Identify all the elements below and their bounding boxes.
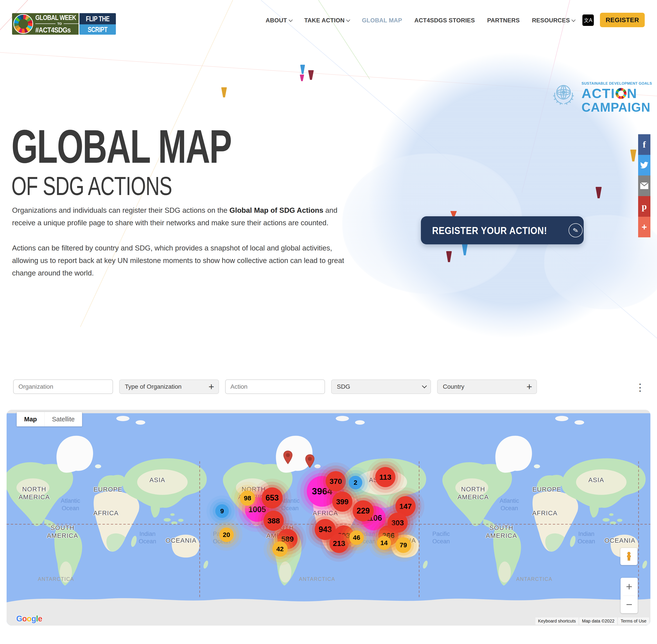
terms-of-use-link[interactable]: Terms of Use <box>618 618 649 625</box>
pencil-form-icon: ✎ <box>567 222 584 238</box>
un-emblem-icon <box>549 82 578 108</box>
sdg-wheel-icon <box>615 88 627 99</box>
map-cluster-marker[interactable]: 213 <box>330 534 349 553</box>
map-cluster-marker[interactable]: 2 <box>349 476 362 489</box>
page: GLOBAL WEEK TO #ACT4SDGs FLIP THE SCRIPT… <box>0 0 657 644</box>
campaign-word: CAMPAIGN <box>582 101 652 114</box>
sdg-action-campaign-logo: SUSTAINABLE DEVELOPMENT GOALS ACTI N CAM… <box>549 82 652 114</box>
header: GLOBAL WEEK TO #ACT4SDGs FLIP THE SCRIPT… <box>0 0 657 37</box>
filter-bar: Type of Organization + SDG Country + ⋮ <box>0 380 657 395</box>
page-title: GLOBAL MAP OF SDG ACTIONS <box>12 123 317 199</box>
social-glyph-icon: + <box>642 222 647 232</box>
keyboard-shortcuts-link[interactable]: Keyboard shortcuts <box>536 618 579 625</box>
map-cluster-marker[interactable]: 79 <box>395 537 411 553</box>
action-input[interactable] <box>225 380 325 394</box>
nav-item[interactable]: RESOURCES <box>532 17 575 24</box>
main-nav: ABOUT TAKE ACTION GLOBAL MAP ACT4SDGS ST… <box>266 17 575 24</box>
email-share-button[interactable] <box>638 176 651 196</box>
chevron-down-icon <box>422 384 427 388</box>
map-cluster-marker[interactable]: 42 <box>272 542 288 557</box>
globe-pin-icon <box>221 87 227 97</box>
zoom-control: + − <box>620 578 638 613</box>
sdg-wheel-icon <box>14 14 33 34</box>
zoom-in-button[interactable]: + <box>620 578 638 596</box>
chevron-down-icon <box>289 18 293 22</box>
translate-icon: 文A <box>584 17 592 24</box>
campaign-kicker: SUSTAINABLE DEVELOPMENT GOALS <box>582 82 652 85</box>
chevron-down-icon <box>571 18 575 22</box>
flip-the-script-logo: FLIP THE SCRIPT <box>80 13 116 34</box>
map-cluster-marker[interactable]: 46 <box>349 530 364 545</box>
satellite-view-button[interactable]: Satellite <box>44 412 82 427</box>
map-type-control: Map Satellite <box>17 412 82 427</box>
global-week-logo: GLOBAL WEEK TO #ACT4SDGs <box>12 13 78 34</box>
logo-line3: #ACT4SDGs <box>35 26 76 33</box>
more-share-button[interactable]: + <box>638 217 651 237</box>
country-filter[interactable]: Country + <box>437 380 537 394</box>
pinterest-share-button[interactable]: p <box>638 196 651 217</box>
map-cluster-marker[interactable]: 370 <box>326 471 346 491</box>
social-glyph-icon: f <box>643 139 646 150</box>
more-options-kebab-icon[interactable]: ⋮ <box>633 378 647 396</box>
map-cluster-marker[interactable]: 653 <box>262 487 282 508</box>
zoom-out-button[interactable]: − <box>620 596 638 614</box>
twitter-icon <box>640 161 649 169</box>
intro-paragraph-1: Organizations and individuals can regist… <box>12 204 358 229</box>
nav-item[interactable]: ABOUT <box>266 17 292 24</box>
map-view-button[interactable]: Map <box>17 412 44 427</box>
logo-line1: GLOBAL WEEK <box>35 14 76 21</box>
sdg-select[interactable]: SDG <box>331 380 431 394</box>
campaign-action-word: ACTI N <box>582 87 652 100</box>
organization-input[interactable] <box>13 380 113 394</box>
nav-item[interactable]: GLOBAL MAP <box>362 17 402 24</box>
site-logo[interactable]: GLOBAL WEEK TO #ACT4SDGs FLIP THE SCRIPT <box>12 13 116 34</box>
google-map[interactable]: NORTH AMERICAEUROPEASIAAtlantic OceanAFR… <box>6 410 651 626</box>
chevron-down-icon <box>346 18 350 22</box>
title-line1: GLOBAL MAP <box>12 123 231 170</box>
nav-item[interactable]: TAKE ACTION <box>304 17 350 24</box>
map-cluster-marker[interactable]: 9 <box>215 504 229 518</box>
intro-copy: Organizations and individuals can regist… <box>12 204 358 292</box>
map-data-copyright: Map data ©2022 <box>579 618 617 625</box>
translate-button[interactable]: 文A <box>582 15 594 26</box>
map-attribution: Keyboard shortcuts Map data ©2022 Terms … <box>536 618 649 625</box>
street-view-pegman-button[interactable] <box>620 548 637 565</box>
facebook-share-button[interactable]: f <box>638 134 651 155</box>
social-share-bar: f p + <box>638 134 651 237</box>
type-of-organization-filter[interactable]: Type of Organization + <box>119 380 219 394</box>
map-cluster-marker[interactable]: 98 <box>240 490 255 506</box>
register-your-action-button[interactable]: REGISTER YOUR ACTION! ✎ <box>421 216 584 244</box>
map-pin-marker[interactable] <box>282 450 293 464</box>
register-button[interactable]: REGISTER <box>600 13 645 27</box>
flip-bottom-label: SCRIPT <box>88 25 108 34</box>
map-cluster-marker[interactable]: 113 <box>375 467 395 487</box>
nav-item[interactable]: PARTNERS <box>487 17 520 24</box>
map-cluster-marker[interactable]: 20 <box>219 528 234 542</box>
intro-paragraph-2: Actions can be filtered by country and S… <box>12 242 358 279</box>
map-cluster-marker[interactable]: 388 <box>264 511 284 531</box>
logo-line2: TO <box>35 22 84 25</box>
map-cluster-marker[interactable]: 14 <box>377 536 391 550</box>
map-cluster-marker[interactable]: 399 <box>332 491 353 512</box>
map-cluster-marker[interactable]: 229 <box>353 500 374 521</box>
google-logo[interactable]: Google <box>16 614 42 623</box>
nav-item[interactable]: ACT4SDGS STORIES <box>414 17 475 24</box>
envelope-icon <box>640 182 649 189</box>
globe-pin-icon <box>308 70 314 80</box>
world-map-canvas <box>6 410 651 626</box>
map-pin-marker[interactable] <box>304 454 315 468</box>
flip-top-label: FLIP THE <box>86 15 110 23</box>
twitter-share-button[interactable] <box>638 155 651 176</box>
title-line2: OF SDG ACTIONS <box>12 173 240 199</box>
social-glyph-icon: p <box>642 201 647 212</box>
pegman-icon <box>624 551 634 561</box>
globe-pin-icon <box>300 74 304 81</box>
